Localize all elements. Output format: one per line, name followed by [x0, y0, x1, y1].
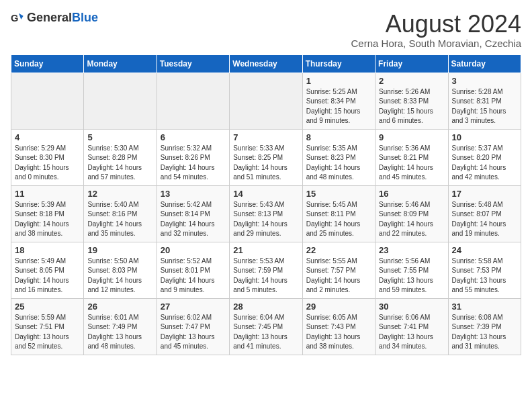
day-number: 22 — [306, 245, 371, 255]
week-row-3: 11Sunrise: 5:39 AMSunset: 8:18 PMDayligh… — [11, 185, 521, 242]
calendar-cell: 19Sunrise: 5:50 AMSunset: 8:03 PMDayligh… — [84, 242, 157, 298]
weekday-header-tuesday: Tuesday — [157, 54, 229, 73]
calendar-cell: 4Sunrise: 5:29 AMSunset: 8:30 PMDaylight… — [11, 129, 84, 185]
calendar-cell — [157, 73, 229, 129]
day-number: 11 — [15, 189, 80, 199]
cell-details: Sunrise: 5:43 AMSunset: 8:13 PMDaylight:… — [233, 200, 298, 239]
calendar-cell: 10Sunrise: 5:37 AMSunset: 8:20 PMDayligh… — [448, 129, 521, 185]
cell-details: Sunrise: 6:01 AMSunset: 7:49 PMDaylight:… — [87, 313, 152, 352]
calendar-cell: 28Sunrise: 6:04 AMSunset: 7:45 PMDayligh… — [230, 298, 302, 355]
weekday-header-wednesday: Wednesday — [230, 54, 302, 73]
calendar-cell: 5Sunrise: 5:30 AMSunset: 8:28 PMDaylight… — [84, 129, 157, 185]
day-number: 4 — [15, 132, 80, 142]
day-number: 24 — [452, 245, 517, 255]
cell-details: Sunrise: 6:08 AMSunset: 7:39 PMDaylight:… — [452, 313, 517, 352]
calendar-cell: 14Sunrise: 5:43 AMSunset: 8:13 PMDayligh… — [230, 185, 302, 242]
cell-details: Sunrise: 5:52 AMSunset: 8:01 PMDaylight:… — [161, 257, 226, 295]
calendar-cell — [84, 73, 157, 129]
cell-details: Sunrise: 5:32 AMSunset: 8:26 PMDaylight:… — [161, 144, 226, 183]
day-number: 9 — [379, 132, 444, 142]
cell-details: Sunrise: 5:55 AMSunset: 7:57 PMDaylight:… — [306, 257, 371, 295]
calendar-cell: 23Sunrise: 5:56 AMSunset: 7:55 PMDayligh… — [375, 242, 448, 298]
day-number: 16 — [379, 189, 444, 199]
calendar-cell: 6Sunrise: 5:32 AMSunset: 8:26 PMDaylight… — [157, 129, 229, 185]
day-number: 25 — [15, 302, 80, 312]
day-number: 1 — [306, 76, 371, 86]
calendar-cell: 20Sunrise: 5:52 AMSunset: 8:01 PMDayligh… — [157, 242, 229, 298]
cell-details: Sunrise: 5:42 AMSunset: 8:14 PMDaylight:… — [161, 200, 226, 239]
calendar-cell: 1Sunrise: 5:25 AMSunset: 8:34 PMDaylight… — [302, 73, 375, 129]
cell-details: Sunrise: 5:26 AMSunset: 8:33 PMDaylight:… — [379, 87, 444, 126]
calendar-cell: 11Sunrise: 5:39 AMSunset: 8:18 PMDayligh… — [11, 185, 84, 242]
location: Cerna Hora, South Moravian, Czechia — [351, 38, 521, 49]
day-number: 8 — [306, 132, 371, 142]
week-row-1: 1Sunrise: 5:25 AMSunset: 8:34 PMDaylight… — [11, 73, 521, 129]
day-number: 14 — [233, 189, 298, 199]
calendar-cell: 16Sunrise: 5:46 AMSunset: 8:09 PMDayligh… — [375, 185, 448, 242]
calendar-cell: 25Sunrise: 5:59 AMSunset: 7:51 PMDayligh… — [11, 298, 84, 355]
day-number: 3 — [452, 76, 517, 86]
day-number: 7 — [233, 132, 298, 142]
cell-details: Sunrise: 5:49 AMSunset: 8:05 PMDaylight:… — [15, 257, 80, 295]
day-number: 27 — [161, 302, 226, 312]
calendar-cell: 29Sunrise: 6:05 AMSunset: 7:43 PMDayligh… — [302, 298, 375, 355]
cell-details: Sunrise: 5:28 AMSunset: 8:31 PMDaylight:… — [452, 87, 517, 126]
day-number: 31 — [452, 302, 517, 312]
week-row-2: 4Sunrise: 5:29 AMSunset: 8:30 PMDaylight… — [11, 129, 521, 185]
cell-details: Sunrise: 5:58 AMSunset: 7:53 PMDaylight:… — [452, 257, 517, 295]
logo-blue: Blue — [72, 11, 98, 24]
logo: G GeneralBlue — [11, 11, 98, 25]
svg-text:G: G — [11, 12, 18, 23]
calendar-cell: 26Sunrise: 6:01 AMSunset: 7:49 PMDayligh… — [84, 298, 157, 355]
day-number: 12 — [87, 189, 152, 199]
weekday-header-monday: Monday — [84, 54, 157, 73]
calendar-cell: 8Sunrise: 5:35 AMSunset: 8:23 PMDaylight… — [302, 129, 375, 185]
calendar-cell: 13Sunrise: 5:42 AMSunset: 8:14 PMDayligh… — [157, 185, 229, 242]
cell-details: Sunrise: 6:02 AMSunset: 7:47 PMDaylight:… — [161, 313, 226, 352]
cell-details: Sunrise: 6:05 AMSunset: 7:43 PMDaylight:… — [306, 313, 371, 352]
day-number: 23 — [379, 245, 444, 255]
calendar-cell: 27Sunrise: 6:02 AMSunset: 7:47 PMDayligh… — [157, 298, 229, 355]
cell-details: Sunrise: 5:37 AMSunset: 8:20 PMDaylight:… — [452, 144, 517, 183]
week-row-4: 18Sunrise: 5:49 AMSunset: 8:05 PMDayligh… — [11, 242, 521, 298]
cell-details: Sunrise: 5:59 AMSunset: 7:51 PMDaylight:… — [15, 313, 80, 352]
calendar-cell: 21Sunrise: 5:53 AMSunset: 7:59 PMDayligh… — [230, 242, 302, 298]
title-block: August 2024 Cerna Hora, South Moravian, … — [351, 11, 521, 49]
calendar-cell: 30Sunrise: 6:06 AMSunset: 7:41 PMDayligh… — [375, 298, 448, 355]
day-number: 17 — [452, 189, 517, 199]
calendar-cell: 24Sunrise: 5:58 AMSunset: 7:53 PMDayligh… — [448, 242, 521, 298]
weekday-header-thursday: Thursday — [302, 54, 375, 73]
calendar-cell: 12Sunrise: 5:40 AMSunset: 8:16 PMDayligh… — [84, 185, 157, 242]
weekday-header-row: SundayMondayTuesdayWednesdayThursdayFrid… — [11, 54, 521, 73]
calendar-cell — [11, 73, 84, 129]
calendar-cell: 2Sunrise: 5:26 AMSunset: 8:33 PMDaylight… — [375, 73, 448, 129]
week-row-5: 25Sunrise: 5:59 AMSunset: 7:51 PMDayligh… — [11, 298, 521, 355]
cell-details: Sunrise: 5:39 AMSunset: 8:18 PMDaylight:… — [15, 200, 80, 239]
day-number: 30 — [379, 302, 444, 312]
calendar-cell: 31Sunrise: 6:08 AMSunset: 7:39 PMDayligh… — [448, 298, 521, 355]
day-number: 29 — [306, 302, 371, 312]
cell-details: Sunrise: 5:48 AMSunset: 8:07 PMDaylight:… — [452, 200, 517, 239]
cell-details: Sunrise: 5:56 AMSunset: 7:55 PMDaylight:… — [379, 257, 444, 295]
calendar-cell: 18Sunrise: 5:49 AMSunset: 8:05 PMDayligh… — [11, 242, 84, 298]
calendar-cell: 15Sunrise: 5:45 AMSunset: 8:11 PMDayligh… — [302, 185, 375, 242]
cell-details: Sunrise: 6:06 AMSunset: 7:41 PMDaylight:… — [379, 313, 444, 352]
calendar-cell — [230, 73, 302, 129]
day-number: 6 — [161, 132, 226, 142]
svg-marker-1 — [19, 13, 24, 19]
day-number: 10 — [452, 132, 517, 142]
weekday-header-saturday: Saturday — [448, 54, 521, 73]
cell-details: Sunrise: 5:46 AMSunset: 8:09 PMDaylight:… — [379, 200, 444, 239]
weekday-header-friday: Friday — [375, 54, 448, 73]
day-number: 15 — [306, 189, 371, 199]
month-year: August 2024 — [351, 11, 521, 38]
cell-details: Sunrise: 5:53 AMSunset: 7:59 PMDaylight:… — [233, 257, 298, 295]
cell-details: Sunrise: 5:29 AMSunset: 8:30 PMDaylight:… — [15, 144, 80, 183]
logo-general: General — [27, 11, 72, 24]
day-number: 28 — [233, 302, 298, 312]
cell-details: Sunrise: 5:36 AMSunset: 8:21 PMDaylight:… — [379, 144, 444, 183]
cell-details: Sunrise: 5:45 AMSunset: 8:11 PMDaylight:… — [306, 200, 371, 239]
day-number: 20 — [161, 245, 226, 255]
cell-details: Sunrise: 5:50 AMSunset: 8:03 PMDaylight:… — [87, 257, 152, 295]
day-number: 13 — [161, 189, 226, 199]
